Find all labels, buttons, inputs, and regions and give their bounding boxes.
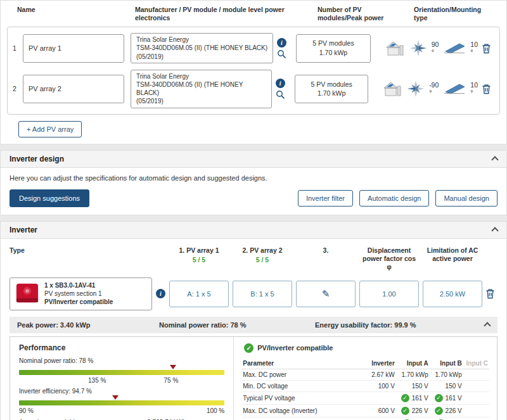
inverter-details: Performance Nominal power ratio: 78 % 13… xyxy=(10,336,497,420)
array2-status: 5 / 5 xyxy=(233,256,292,264)
inverter-title: Inverter xyxy=(10,226,37,234)
col-type: Type xyxy=(10,246,165,255)
col-cos-phi: Displacement power factor cos φ xyxy=(359,246,419,271)
module-search-icon[interactable] xyxy=(276,90,285,99)
header-name: Name xyxy=(17,6,129,22)
compat-row: Max. DC power 2.67 kW 1.70 kWp 1.70 kWp xyxy=(241,369,489,380)
module-count-box: 5 PV modules 1.70 kWp xyxy=(296,34,370,63)
tilted-panel-icon xyxy=(443,42,466,54)
inverter-type-box[interactable]: 1 x SB3.0-1AV-41 PV system section 1 PV/… xyxy=(10,277,152,310)
ok-check-icon: ✓ xyxy=(401,407,409,415)
scale-label: 100 % xyxy=(207,407,224,414)
delete-array-icon[interactable] xyxy=(482,84,491,94)
performance-panel: Performance Nominal power ratio: 78 % 13… xyxy=(10,337,234,420)
compat-col-inverter: Inverter xyxy=(368,358,396,369)
ok-check-icon: ✓ xyxy=(435,407,443,415)
module-search-icon[interactable] xyxy=(277,49,286,59)
compat-col-parameter: Parameter xyxy=(241,358,368,369)
add-pv-array-button[interactable]: + Add PV array xyxy=(18,121,82,137)
col-array-2: 2. PV array 2 5 / 5 xyxy=(233,246,292,264)
delete-inverter-icon[interactable] xyxy=(485,288,495,299)
row-index: 1 xyxy=(13,44,23,52)
module-line: TSM-340DD06M.05 (II) (THE HONEY BLACK) xyxy=(136,44,267,52)
pv-array-name-input[interactable] xyxy=(23,34,124,63)
performance-title: Performance xyxy=(19,343,224,352)
module-count-box: 5 PV modules 1.70 kWp xyxy=(295,75,368,103)
nominal-power-ratio-label: Nominal power ratio: 78 % xyxy=(19,357,224,364)
inverter-efficiency-bar xyxy=(19,395,224,405)
compatibility-title: PV/Inverter compatible xyxy=(257,344,333,352)
summary-energy-usability: Energy usability factor: 99.9 % xyxy=(315,321,416,329)
inverter-section: Inverter Type 1. PV array 1 5 / 5 2. PV … xyxy=(0,221,507,420)
pv-table-header: Name Manufacturer / PV module / module l… xyxy=(7,4,500,27)
inverter-info-icon[interactable]: i xyxy=(156,289,165,298)
bar-marker-icon xyxy=(170,365,176,369)
compass-rose-icon xyxy=(409,39,427,57)
module-info-icon[interactable]: i xyxy=(277,38,286,48)
delete-array-icon[interactable] xyxy=(482,43,491,54)
compat-row: Max. operating input current per MPPT 15… xyxy=(241,417,489,420)
pv-array-row-1: 1 Trina Solar Energy TSM-340DD06M.05 (II… xyxy=(13,30,494,67)
module-line: TSM-340DD06M.05 (II) (THE HONEY BLACK) xyxy=(136,80,266,97)
module-info-icon[interactable]: i xyxy=(276,79,285,88)
inverter-design-title: Inverter design xyxy=(10,155,64,163)
row-index: 2 xyxy=(13,85,23,92)
inverter-design-section: Inverter design Here you can adjust the … xyxy=(0,150,507,215)
compat-col-input-b: Input B xyxy=(430,358,463,369)
manual-design-button[interactable]: Manual design xyxy=(435,190,497,207)
automatic-design-button[interactable]: Automatic design xyxy=(359,190,429,207)
inverter-row: 1 x SB3.0-1AV-41 PV system section 1 PV/… xyxy=(10,277,497,310)
tilted-panel-icon xyxy=(443,83,466,94)
header-modules: Number of PV modules/Peak power xyxy=(318,6,401,22)
module-line: (05/2019) xyxy=(136,97,266,105)
inverter-design-header[interactable]: Inverter design xyxy=(1,151,506,168)
input-b-box[interactable]: B: 1 x 5 xyxy=(233,281,292,307)
cos-phi-box[interactable]: 1.00 xyxy=(359,281,419,307)
roof-mounting-icon xyxy=(383,40,405,56)
inverter-device-icon xyxy=(15,283,39,305)
collapse-chevron-icon[interactable] xyxy=(491,227,498,234)
compat-row: Max. DC voltage (Inverter) 600 V ✓226 V … xyxy=(241,404,489,417)
roof-mounting-icon xyxy=(381,80,402,97)
inverter-header[interactable]: Inverter xyxy=(1,222,506,239)
module-line: (05/2019) xyxy=(136,53,267,61)
module-selection-box: Trina Solar Energy TSM-340DD06M.05 (II) … xyxy=(131,70,272,108)
collapse-chevron-icon[interactable] xyxy=(484,322,491,329)
edit-input-box[interactable]: ✎ xyxy=(296,281,356,307)
pencil-icon: ✎ xyxy=(322,288,330,300)
compatibility-table: Parameter Inverter Input A Input B Input… xyxy=(241,358,489,420)
input-a-box[interactable]: A: 1 x 5 xyxy=(169,281,229,307)
summary-peak-power: Peak power: 3.40 kWp xyxy=(17,321,91,329)
inverter-model: 1 x SB3.0-1AV-41 xyxy=(44,281,113,290)
compatible-check-icon: ✓ xyxy=(244,343,254,353)
collapse-chevron-icon[interactable] xyxy=(491,156,498,163)
ok-check-icon: ✓ xyxy=(401,394,409,402)
col-array-1: 1. PV array 1 5 / 5 xyxy=(169,246,229,264)
array1-status: 5 / 5 xyxy=(169,256,229,264)
module-selection-box: Trina Solar Energy TSM-340DD06M.05 (II) … xyxy=(131,33,273,63)
compass-rose-icon xyxy=(407,80,425,98)
pv-array-row-2: 2 Trina Solar Energy TSM-340DD06M.05 (II… xyxy=(13,67,494,111)
nominal-power-ratio-bar xyxy=(19,365,224,375)
scale-label: 90 % xyxy=(19,407,34,414)
col-array-3: 3. xyxy=(296,246,356,255)
summary-nominal-power-ratio: Nominal power ratio: 78 % xyxy=(159,321,247,329)
inverter-status: PV/Inverter compatible xyxy=(44,298,113,306)
module-count: 5 PV modules xyxy=(311,80,352,89)
design-suggestions-button[interactable]: Design suggestions xyxy=(10,189,89,207)
ac-limit-box[interactable]: 2.50 kW xyxy=(423,281,482,307)
inverter-columns-header: Type 1. PV array 1 5 / 5 2. PV array 2 5… xyxy=(10,244,497,275)
compat-row: Min. DC voltage 100 V 150 V 150 V xyxy=(241,380,489,391)
scale-label: 75 % xyxy=(164,377,179,384)
header-orientation: Orientation/Mounting type xyxy=(408,6,484,22)
scale-label: 135 % xyxy=(88,377,106,384)
pv-array-name-input[interactable] xyxy=(23,75,124,103)
inverter-filter-button[interactable]: Inverter filter xyxy=(298,190,353,207)
compatibility-panel: ✓ PV/Inverter compatible Parameter Inver… xyxy=(234,337,497,420)
ok-check-icon: ✓ xyxy=(435,394,443,402)
peak-power: 1.70 kWp xyxy=(318,89,345,98)
azimuth-value: 90 ° xyxy=(432,41,439,56)
azimuth-value: -90 ° xyxy=(429,81,439,96)
compat-col-input-c: Input C xyxy=(463,358,489,369)
inverter-summary-bar[interactable]: Peak power: 3.40 kWp Nominal power ratio… xyxy=(10,317,497,333)
